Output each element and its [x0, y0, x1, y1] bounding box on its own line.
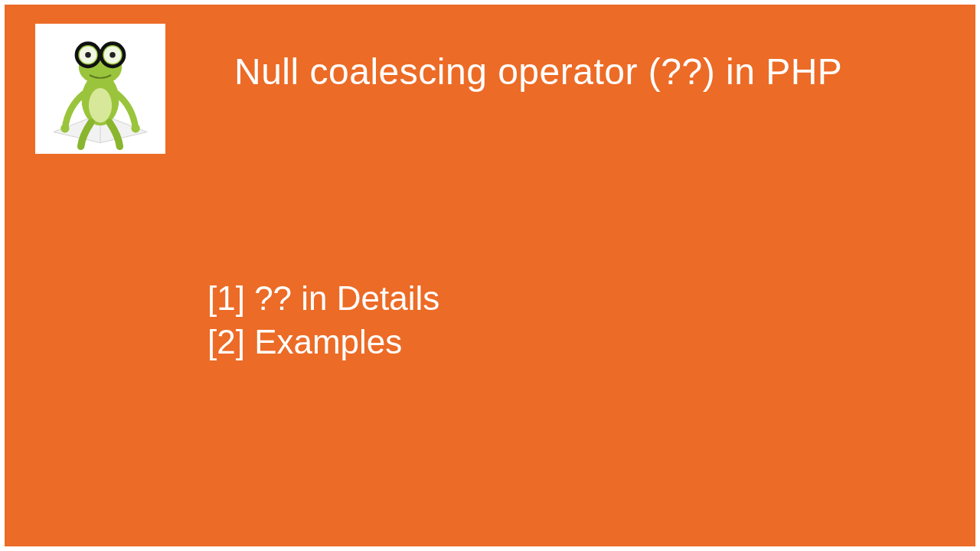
agenda-item-2: [2] Examples — [207, 320, 439, 364]
svg-point-5 — [131, 124, 139, 132]
agenda-item-1: [1] ?? in Details — [207, 276, 439, 320]
svg-point-15 — [109, 52, 116, 58]
agenda-list: [1] ?? in Details [2] Examples — [207, 276, 439, 364]
frog-reading-icon — [39, 28, 162, 150]
slide-background: Null coalescing operator (??) in PHP [1]… — [5, 5, 975, 546]
slide-title: Null coalescing operator (??) in PHP — [234, 51, 842, 93]
mascot-logo — [35, 24, 165, 154]
svg-point-3 — [89, 88, 112, 122]
svg-point-14 — [85, 52, 91, 58]
svg-point-4 — [60, 124, 69, 132]
